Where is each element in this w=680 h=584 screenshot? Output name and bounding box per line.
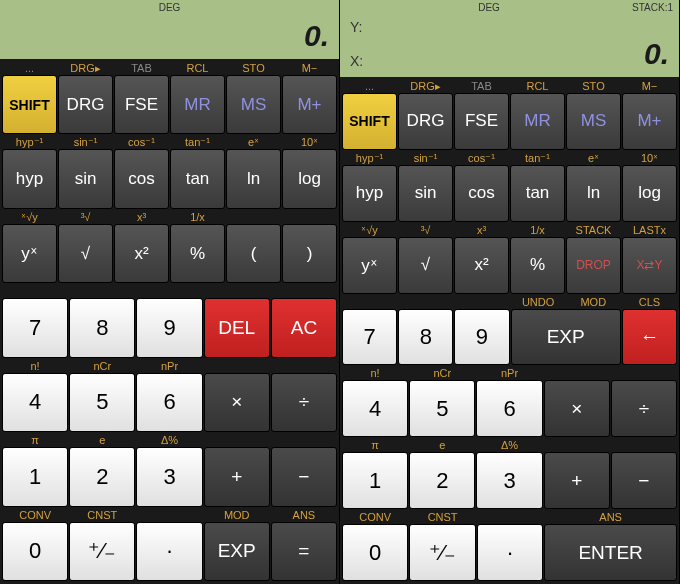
key-[interactable]: − — [271, 447, 337, 506]
key-[interactable]: % — [510, 237, 565, 294]
key-[interactable]: ( — [226, 224, 281, 283]
key-2[interactable]: 2 — [409, 452, 475, 509]
status-bar: DEG STACK:1 — [340, 0, 679, 15]
secondary-label — [282, 210, 337, 224]
key-[interactable]: + — [204, 447, 270, 506]
secondary-label: RCL — [170, 61, 225, 75]
key-5[interactable]: 5 — [409, 380, 475, 437]
key-x[interactable]: x² — [114, 224, 169, 283]
key-5[interactable]: 5 — [69, 373, 135, 432]
key-1[interactable]: 1 — [2, 447, 68, 506]
key-ms[interactable]: MS — [566, 93, 621, 150]
key-ac[interactable]: AC — [271, 298, 337, 357]
key-ms[interactable]: MS — [226, 75, 281, 134]
key-[interactable]: % — [170, 224, 225, 283]
key-3[interactable]: 3 — [476, 452, 542, 509]
secondary-label: MOD — [204, 508, 270, 522]
key-[interactable]: · — [477, 524, 543, 581]
key-7[interactable]: 7 — [342, 309, 397, 366]
key-[interactable]: ⁺∕₋ — [69, 522, 135, 581]
key-log[interactable]: log — [622, 165, 677, 222]
key-8[interactable]: 8 — [398, 309, 453, 366]
key-drg[interactable]: DRG — [58, 75, 113, 134]
key-0[interactable]: 0 — [2, 522, 68, 581]
key-[interactable]: − — [611, 452, 677, 509]
key-x[interactable]: x² — [454, 237, 509, 294]
key-4[interactable]: 4 — [2, 373, 68, 432]
key-[interactable]: × — [544, 380, 610, 437]
key-[interactable]: ÷ — [611, 380, 677, 437]
display-value: 0. — [10, 19, 329, 53]
key-[interactable]: · — [136, 522, 202, 581]
key-[interactable]: = — [271, 522, 337, 581]
key-fse[interactable]: FSE — [114, 75, 169, 134]
key-cos[interactable]: cos — [114, 149, 169, 208]
key-[interactable]: ← — [622, 309, 677, 366]
key-log[interactable]: log — [282, 149, 337, 208]
key-exp[interactable]: EXP — [511, 309, 621, 366]
key-2[interactable]: 2 — [69, 447, 135, 506]
key-[interactable]: ÷ — [271, 373, 337, 432]
key-1[interactable]: 1 — [342, 452, 408, 509]
key-8[interactable]: 8 — [69, 298, 135, 357]
key-0[interactable]: 0 — [342, 524, 408, 581]
secondary-label: Δ% — [476, 438, 542, 452]
status-bar: DEG — [0, 0, 339, 15]
secondary-label: π — [2, 433, 68, 447]
key-4[interactable]: 4 — [342, 380, 408, 437]
key-cos[interactable]: cos — [454, 165, 509, 222]
key-[interactable]: × — [204, 373, 270, 432]
secondary-label: MOD — [566, 295, 621, 309]
secondary-label — [69, 284, 135, 298]
key-7[interactable]: 7 — [2, 298, 68, 357]
key-mr[interactable]: MR — [170, 75, 225, 134]
display-value: 0. — [363, 37, 669, 71]
key-[interactable]: ⁺∕₋ — [409, 524, 475, 581]
key-y[interactable]: yˣ — [342, 237, 397, 294]
keypad: ...SHIFTDRG▸DRGTABFSERCLMRSTOMSM−M+hyp⁻¹… — [0, 59, 339, 584]
right-calculator: DEG STACK:1 Y: X: 0. ...SHIFTDRG▸DRGTABF… — [340, 0, 680, 584]
key-shift[interactable]: SHIFT — [2, 75, 57, 134]
key-[interactable]: √ — [58, 224, 113, 283]
secondary-label: e — [409, 438, 475, 452]
key-ln[interactable]: ln — [566, 165, 621, 222]
key-tan[interactable]: tan — [510, 165, 565, 222]
key-[interactable]: ) — [282, 224, 337, 283]
key-y[interactable]: yˣ — [2, 224, 57, 283]
secondary-label: eˣ — [566, 151, 621, 165]
secondary-label: x³ — [114, 210, 169, 224]
key-mr[interactable]: MR — [510, 93, 565, 150]
secondary-label: TAB — [114, 61, 169, 75]
secondary-label: STO — [566, 79, 621, 93]
key-enter[interactable]: ENTER — [544, 524, 677, 581]
key-[interactable]: + — [544, 452, 610, 509]
key-tan[interactable]: tan — [170, 149, 225, 208]
key-xy[interactable]: X⇄Y — [622, 237, 677, 294]
secondary-label: CONV — [2, 508, 68, 522]
key-6[interactable]: 6 — [476, 380, 542, 437]
key-6[interactable]: 6 — [136, 373, 202, 432]
key-m[interactable]: M+ — [282, 75, 337, 134]
key-drop[interactable]: DROP — [566, 237, 621, 294]
key-hyp[interactable]: hyp — [342, 165, 397, 222]
key-sin[interactable]: sin — [398, 165, 453, 222]
angle-mode: DEG — [346, 2, 632, 13]
secondary-label — [226, 210, 281, 224]
key-del[interactable]: DEL — [204, 298, 270, 357]
key-drg[interactable]: DRG — [398, 93, 453, 150]
key-9[interactable]: 9 — [454, 309, 509, 366]
secondary-label: cos⁻¹ — [114, 135, 169, 149]
key-hyp[interactable]: hyp — [2, 149, 57, 208]
key-sin[interactable]: sin — [58, 149, 113, 208]
key-ln[interactable]: ln — [226, 149, 281, 208]
secondary-label: ³√ — [58, 210, 113, 224]
key-fse[interactable]: FSE — [454, 93, 509, 150]
key-exp[interactable]: EXP — [204, 522, 270, 581]
secondary-label: n! — [342, 366, 408, 380]
key-shift[interactable]: SHIFT — [342, 93, 397, 150]
secondary-label: Δ% — [136, 433, 202, 447]
key-9[interactable]: 9 — [136, 298, 202, 357]
key-m[interactable]: M+ — [622, 93, 677, 150]
key-[interactable]: √ — [398, 237, 453, 294]
key-3[interactable]: 3 — [136, 447, 202, 506]
